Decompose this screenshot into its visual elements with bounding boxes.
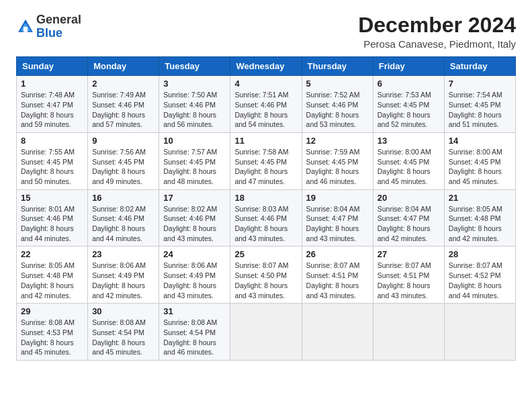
sunrise-text: Sunrise: 8:02 AM [163, 205, 217, 213]
day-detail: Sunrise: 8:01 AMSunset: 4:46 PMDaylight:… [21, 204, 83, 244]
sunrise-text: Sunrise: 8:04 AM [378, 205, 431, 213]
daylight-text: Daylight: 8 hours and 54 minutes. [234, 111, 287, 129]
calendar-cell: 9Sunrise: 7:56 AMSunset: 4:45 PMDaylight… [88, 132, 159, 189]
daylight-text: Daylight: 8 hours and 44 minutes. [449, 281, 502, 300]
logo-general: General [36, 13, 81, 26]
sunset-text: Sunset: 4:45 PM [163, 158, 216, 166]
sunrise-text: Sunrise: 7:55 AM [21, 148, 75, 156]
calendar-cell: 22Sunrise: 8:05 AMSunset: 4:48 PMDayligh… [17, 246, 88, 304]
calendar-week-1: 1Sunrise: 7:48 AMSunset: 4:47 PMDaylight… [17, 76, 516, 133]
logo-text: General Blue [36, 13, 81, 40]
day-number: 13 [378, 136, 440, 146]
calendar-cell: 2Sunrise: 7:49 AMSunset: 4:46 PMDaylight… [88, 76, 159, 133]
day-number: 20 [378, 193, 440, 203]
sunrise-text: Sunrise: 7:57 AM [163, 148, 217, 156]
daylight-text: Daylight: 8 hours and 43 minutes. [306, 224, 359, 242]
day-detail: Sunrise: 8:07 AMSunset: 4:52 PMDaylight:… [449, 261, 511, 300]
calendar-cell: 31Sunrise: 8:08 AMSunset: 4:54 PMDayligh… [159, 304, 230, 361]
day-detail: Sunrise: 7:56 AMSunset: 4:45 PMDaylight:… [92, 147, 154, 187]
sunset-text: Sunset: 4:49 PM [92, 271, 144, 279]
sunset-text: Sunset: 4:45 PM [378, 101, 430, 109]
calendar-cell: 29Sunrise: 8:08 AMSunset: 4:53 PMDayligh… [17, 304, 88, 361]
daylight-text: Daylight: 8 hours and 45 minutes. [92, 338, 145, 357]
day-detail: Sunrise: 8:07 AMSunset: 4:51 PMDaylight:… [378, 261, 440, 300]
calendar-cell: 4Sunrise: 7:51 AMSunset: 4:46 PMDaylight… [230, 76, 302, 133]
day-number: 5 [306, 79, 369, 89]
day-number: 15 [21, 193, 83, 203]
calendar-cell: 17Sunrise: 8:02 AMSunset: 4:46 PMDayligh… [159, 189, 230, 246]
calendar-cell: 18Sunrise: 8:03 AMSunset: 4:46 PMDayligh… [230, 189, 302, 246]
sunset-text: Sunset: 4:51 PM [378, 271, 430, 279]
page: General Blue December 2024 Perosa Canave… [0, 0, 532, 411]
col-saturday: Saturday [444, 57, 515, 76]
daylight-text: Daylight: 8 hours and 42 minutes. [378, 224, 431, 242]
day-number: 29 [21, 306, 83, 316]
day-detail: Sunrise: 8:03 AMSunset: 4:46 PMDaylight:… [234, 204, 297, 244]
calendar-cell: 15Sunrise: 8:01 AMSunset: 4:46 PMDayligh… [17, 189, 88, 246]
logo: General Blue [16, 13, 81, 40]
day-detail: Sunrise: 8:05 AMSunset: 4:48 PMDaylight:… [21, 261, 83, 300]
day-detail: Sunrise: 8:08 AMSunset: 4:54 PMDaylight:… [92, 318, 154, 357]
daylight-text: Daylight: 8 hours and 43 minutes. [306, 281, 359, 300]
sunset-text: Sunset: 4:47 PM [21, 101, 73, 109]
day-number: 16 [92, 193, 154, 203]
daylight-text: Daylight: 8 hours and 59 minutes. [21, 111, 74, 129]
calendar-cell: 19Sunrise: 8:04 AMSunset: 4:47 PMDayligh… [302, 189, 373, 246]
day-number: 19 [306, 193, 369, 203]
col-friday: Friday [373, 57, 444, 76]
sunset-text: Sunset: 4:47 PM [378, 214, 430, 222]
col-wednesday: Wednesday [230, 57, 302, 76]
calendar-body: 1Sunrise: 7:48 AMSunset: 4:47 PMDaylight… [17, 76, 516, 361]
daylight-text: Daylight: 8 hours and 45 minutes. [449, 167, 502, 185]
day-number: 3 [163, 79, 226, 89]
sunrise-text: Sunrise: 8:07 AM [306, 261, 360, 269]
svg-rect-2 [24, 27, 28, 32]
day-number: 21 [449, 193, 511, 203]
daylight-text: Daylight: 8 hours and 46 minutes. [306, 167, 359, 185]
daylight-text: Daylight: 8 hours and 43 minutes. [163, 224, 216, 242]
sunset-text: Sunset: 4:46 PM [21, 214, 73, 222]
day-number: 28 [449, 249, 511, 259]
sunset-text: Sunset: 4:46 PM [92, 214, 144, 222]
day-detail: Sunrise: 8:08 AMSunset: 4:53 PMDaylight:… [21, 318, 83, 357]
day-number: 2 [92, 79, 154, 89]
day-number: 11 [234, 136, 297, 146]
day-number: 26 [306, 249, 369, 259]
day-detail: Sunrise: 7:58 AMSunset: 4:45 PMDaylight:… [234, 147, 297, 187]
day-detail: Sunrise: 8:06 AMSunset: 4:49 PMDaylight:… [163, 261, 226, 300]
calendar-header: Sunday Monday Tuesday Wednesday Thursday… [17, 57, 516, 76]
day-number: 30 [92, 306, 154, 316]
day-number: 12 [306, 136, 369, 146]
calendar-cell [230, 304, 302, 361]
col-monday: Monday [88, 57, 159, 76]
daylight-text: Daylight: 8 hours and 51 minutes. [449, 111, 502, 129]
calendar-cell: 20Sunrise: 8:04 AMSunset: 4:47 PMDayligh… [373, 189, 444, 246]
daylight-text: Daylight: 8 hours and 42 minutes. [92, 281, 145, 300]
calendar-cell: 8Sunrise: 7:55 AMSunset: 4:45 PMDaylight… [17, 132, 88, 189]
calendar-week-4: 22Sunrise: 8:05 AMSunset: 4:48 PMDayligh… [17, 246, 516, 304]
sunset-text: Sunset: 4:48 PM [449, 214, 501, 222]
day-number: 14 [449, 136, 511, 146]
sunrise-text: Sunrise: 8:00 AM [378, 148, 431, 156]
daylight-text: Daylight: 8 hours and 45 minutes. [21, 338, 74, 357]
sunset-text: Sunset: 4:45 PM [449, 158, 501, 166]
day-number: 22 [21, 249, 83, 259]
sunrise-text: Sunrise: 7:52 AM [306, 91, 360, 99]
day-number: 31 [163, 306, 226, 316]
day-number: 7 [449, 79, 511, 89]
sunrise-text: Sunrise: 8:04 AM [306, 205, 360, 213]
calendar-week-3: 15Sunrise: 8:01 AMSunset: 4:46 PMDayligh… [17, 189, 516, 246]
day-detail: Sunrise: 8:04 AMSunset: 4:47 PMDaylight:… [306, 204, 369, 244]
sunset-text: Sunset: 4:48 PM [21, 271, 73, 279]
day-number: 1 [21, 79, 83, 89]
day-detail: Sunrise: 8:02 AMSunset: 4:46 PMDaylight:… [163, 204, 226, 244]
daylight-text: Daylight: 8 hours and 53 minutes. [306, 111, 359, 129]
daylight-text: Daylight: 8 hours and 42 minutes. [449, 224, 502, 242]
sunset-text: Sunset: 4:46 PM [92, 101, 144, 109]
calendar-cell: 25Sunrise: 8:07 AMSunset: 4:50 PMDayligh… [230, 246, 302, 304]
sunrise-text: Sunrise: 8:06 AM [92, 261, 146, 269]
calendar-cell: 3Sunrise: 7:50 AMSunset: 4:46 PMDaylight… [159, 76, 230, 133]
calendar-cell: 12Sunrise: 7:59 AMSunset: 4:45 PMDayligh… [302, 132, 373, 189]
day-detail: Sunrise: 7:55 AMSunset: 4:45 PMDaylight:… [21, 147, 83, 187]
day-detail: Sunrise: 8:02 AMSunset: 4:46 PMDaylight:… [92, 204, 154, 244]
